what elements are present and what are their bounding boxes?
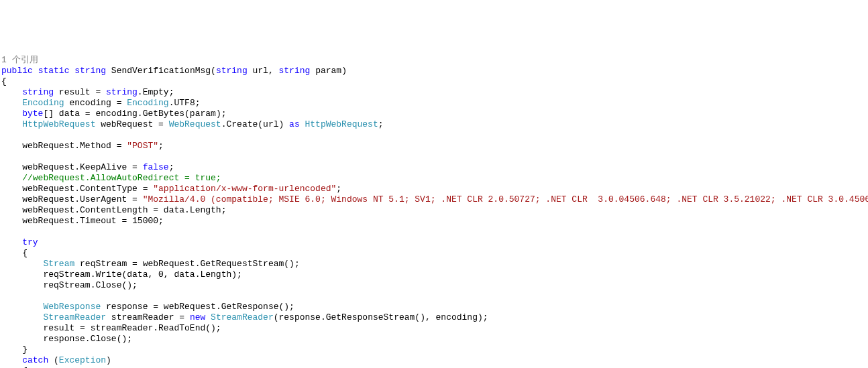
indent — [1, 248, 22, 258]
indent — [1, 194, 22, 204]
type-encoding: Encoding — [127, 98, 168, 108]
kw-try: try — [22, 237, 38, 247]
type-httpwebrequest: HttpWebRequest — [22, 119, 95, 129]
write-call: reqStream.Write(data, 0, data.Length); — [43, 269, 241, 280]
indent — [1, 280, 43, 290]
type-streamreader: StreamReader — [43, 312, 106, 322]
var-reqstream: reqStream = webRequest.GetRequestStream(… — [74, 259, 299, 269]
useragent-prop: webRequest.UserAgent = — [22, 194, 142, 204]
comment-line: //webRequest.AllowAutoRedirect = true; — [22, 173, 221, 183]
code-block: 1 个引用 public static string SendVerificat… — [0, 43, 868, 368]
indent — [1, 109, 22, 119]
kw-false: false — [143, 162, 169, 172]
indent — [1, 98, 22, 108]
string-useragent: "Mozilla/4.0 (compatible; MSIE 6.0; Wind… — [143, 194, 868, 204]
close-call: response.Close(); — [43, 334, 132, 344]
param1: url, — [248, 66, 279, 76]
var-data: [] data = encoding.GetBytes(param); — [43, 109, 226, 119]
kw-byte: byte — [22, 109, 43, 119]
method-name: SendVerificationMsg( — [106, 66, 216, 76]
var-encoding: encoding = — [64, 98, 127, 108]
kw-catch: catch — [22, 355, 48, 365]
indent — [1, 259, 43, 269]
kw-string: string — [22, 87, 54, 97]
brace-close: } — [22, 345, 28, 355]
type-exception: Exception — [59, 355, 106, 365]
utf8: .UTF8; — [169, 98, 201, 108]
semi: ; — [336, 184, 341, 194]
method-prop: webRequest.Method = — [22, 141, 127, 151]
type-encoding: Encoding — [22, 98, 64, 108]
ctor-args: (response.GetResponseStream(), encoding)… — [274, 312, 488, 322]
param2: param) — [310, 66, 347, 76]
indent — [1, 345, 22, 355]
kw-as: as — [289, 119, 300, 129]
indent — [1, 205, 22, 215]
kw-string: string — [74, 66, 106, 76]
kw-string-param2: string — [279, 66, 311, 76]
brace-open: { — [22, 248, 28, 258]
type-webrequest: WebRequest — [169, 119, 221, 129]
type-stream: Stream — [43, 259, 74, 269]
semi: ; — [158, 141, 164, 151]
indent — [1, 355, 22, 365]
indent — [1, 141, 22, 151]
indent — [1, 119, 22, 129]
indent — [1, 173, 22, 183]
readtoend-call: result = streamReader.ReadToEnd(); — [43, 323, 221, 333]
kw-static: static — [38, 66, 70, 76]
indent — [1, 269, 43, 280]
keepalive-prop: webRequest.KeepAlive = — [22, 162, 142, 172]
paren-close: ) — [106, 355, 111, 365]
indent — [1, 216, 22, 226]
type-streamreader: StreamReader — [205, 312, 273, 322]
create-call: .Create(url) — [221, 119, 289, 129]
timeout-prop: webRequest.Timeout = 15000; — [22, 216, 164, 226]
indent — [1, 87, 22, 97]
indent — [1, 237, 22, 247]
type-httpwebrequest: HttpWebRequest — [300, 119, 378, 129]
indent — [1, 323, 43, 333]
indent — [1, 162, 22, 172]
indent — [1, 302, 43, 312]
var-result: result = — [54, 87, 106, 97]
indent — [1, 334, 43, 344]
kw-string-param1: string — [216, 66, 248, 76]
string-post: "POST" — [127, 141, 158, 151]
indent — [1, 184, 22, 194]
brace-open: { — [1, 76, 7, 86]
reference-annotation: 1 个引用 — [1, 55, 38, 65]
var-response: response = webRequest.GetResponse(); — [101, 302, 294, 312]
var-streamreader: streamReader = — [106, 312, 190, 322]
paren-open: ( — [48, 355, 59, 365]
semi: ; — [169, 162, 174, 172]
var-webrequest: webRequest = — [95, 119, 168, 129]
string-contenttype: "application/x-www-form-urlencoded" — [153, 184, 336, 194]
kw-string: string — [106, 87, 138, 97]
contentlength-prop: webRequest.ContentLength = data.Length; — [22, 205, 226, 215]
contenttype-prop: webRequest.ContentType = — [22, 184, 153, 194]
type-webresponse: WebResponse — [43, 302, 101, 312]
kw-new: new — [190, 312, 205, 322]
empty: .Empty; — [138, 87, 174, 97]
indent — [1, 312, 43, 322]
semi: ; — [378, 119, 384, 129]
close-call: reqStream.Close(); — [43, 280, 137, 290]
kw-public: public — [1, 66, 33, 76]
